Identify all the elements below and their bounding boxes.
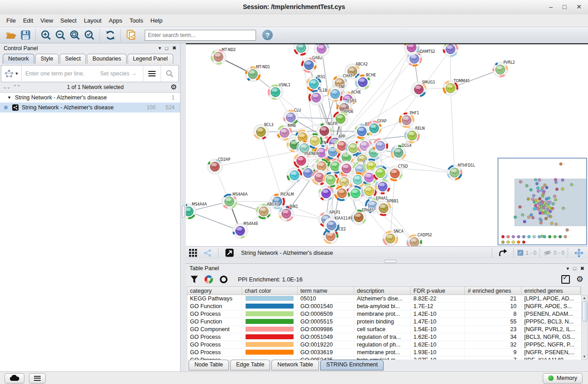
- search-input[interactable]: [145, 30, 256, 41]
- network-node[interactable]: MS4A4E: [232, 222, 258, 239]
- menu-file[interactable]: File: [3, 16, 19, 25]
- network-node[interactable]: TOMM40: [443, 79, 469, 96]
- network-node[interactable]: APBB1: [376, 199, 398, 216]
- refresh-button[interactable]: [103, 28, 118, 42]
- column-header[interactable]: category: [187, 287, 242, 295]
- string-options-button[interactable]: [143, 66, 161, 82]
- collapse-triangle-icon[interactable]: ▼: [7, 95, 11, 100]
- birds-eye-toggle-button[interactable]: [572, 246, 586, 260]
- open-session-button[interactable]: [4, 28, 18, 42]
- string-search-button[interactable]: [161, 66, 178, 82]
- network-node[interactable]: [373, 165, 388, 181]
- network-node[interactable]: VSNL1: [268, 83, 290, 100]
- cloud-tasks-button[interactable]: [5, 373, 24, 384]
- network-collection-row[interactable]: ▼ String Network - Alzheimer's disease 1: [0, 93, 180, 103]
- network-node[interactable]: SNCA: [383, 229, 404, 246]
- enrichment-row[interactable]: GO ProcessGO:0033619membrane prot...1.93…: [187, 349, 582, 356]
- splitter-handle[interactable]: [384, 260, 397, 263]
- network-node[interactable]: BCL3: [253, 123, 273, 140]
- network-node[interactable]: PVRL2: [493, 61, 515, 77]
- scroll-down-icon[interactable]: ▼: [582, 355, 587, 359]
- network-node[interactable]: EPHA5: [351, 208, 374, 225]
- menu-select[interactable]: Select: [57, 16, 80, 25]
- minimize-button[interactable]: –: [549, 3, 553, 10]
- menu-layout[interactable]: Layout: [80, 16, 105, 25]
- column-header[interactable]: term name: [298, 287, 354, 295]
- column-header[interactable]: # enriched genes: [465, 287, 522, 295]
- tab-node-table[interactable]: Node Table: [189, 360, 229, 370]
- enrichment-row[interactable]: GO ComponentGO:0009986cell surface1.54E-…: [187, 326, 582, 333]
- maximize-button[interactable]: □: [563, 3, 566, 10]
- network-node[interactable]: [375, 179, 390, 194]
- enrichment-row[interactable]: GO ProcessGO:0019220regulation of ph...1…: [187, 341, 582, 349]
- network-node[interactable]: MTHFD1L: [447, 164, 475, 180]
- network-node[interactable]: PHF1: [399, 111, 419, 128]
- network-node[interactable]: [318, 186, 334, 201]
- save-session-button[interactable]: [18, 28, 33, 42]
- column-header[interactable]: chart color: [242, 287, 298, 295]
- menu-help[interactable]: Help: [147, 16, 166, 25]
- network-node[interactable]: MT-ND2: [211, 48, 236, 65]
- enrichment-row[interactable]: KEGG Pathways05010Alzheimer's dise...8.8…: [187, 295, 582, 303]
- memory-button[interactable]: Memory: [543, 373, 583, 384]
- network-node[interactable]: CLU: [283, 108, 301, 125]
- network-node[interactable]: [443, 44, 458, 57]
- tab-legend-panel[interactable]: Legend Panel: [128, 54, 173, 64]
- share-view-button[interactable]: [200, 246, 215, 260]
- table-scrollbar[interactable]: ▲ ▼: [581, 295, 588, 360]
- panel-menu-icon[interactable]: ▾: [159, 45, 161, 51]
- column-header[interactable]: FDR p-value: [411, 287, 465, 295]
- open-in-browser-button[interactable]: [222, 246, 237, 260]
- network-node[interactable]: [334, 186, 350, 201]
- zoom-selected-button[interactable]: [82, 28, 97, 42]
- tab-edge-table[interactable]: Edge Table: [230, 360, 270, 370]
- network-node[interactable]: CD2AP: [207, 158, 230, 174]
- panel-close-icon[interactable]: ✖: [172, 45, 176, 51]
- enrichment-row[interactable]: GO ProcessGO:0051049regulation of tra...…: [187, 333, 582, 341]
- tab-boundaries[interactable]: Boundaries: [87, 54, 126, 64]
- network-node[interactable]: [373, 138, 388, 154]
- network-canvas[interactable]: MT-ND2MT-ND1VSNL1GAB2IRS1ABCA2CHATBCHEIL…: [186, 43, 588, 246]
- panel-menu-icon[interactable]: ▾: [567, 266, 569, 272]
- enrichment-row[interactable]: GO FunctionGO:0005515protein binding1.47…: [187, 318, 582, 326]
- menu-apps[interactable]: Apps: [105, 16, 126, 25]
- column-header[interactable]: enriched genes: [522, 287, 581, 295]
- network-node[interactable]: [287, 168, 302, 183]
- network-node[interactable]: [361, 183, 377, 199]
- enrichment-row[interactable]: GO ProcessGO:0006509membrane prot...1.42…: [187, 310, 582, 318]
- help-button[interactable]: ?: [262, 30, 273, 40]
- network-node[interactable]: RELN: [404, 126, 425, 143]
- menu-tools[interactable]: Tools: [126, 16, 147, 25]
- enrichment-row[interactable]: GO FunctionGO:0001540beta-amyloid bi...1…: [187, 303, 582, 310]
- task-history-button[interactable]: [29, 373, 46, 384]
- network-node[interactable]: GAB2: [301, 56, 322, 73]
- scroll-up-icon[interactable]: ▲: [582, 296, 587, 300]
- tab-style[interactable]: Style: [35, 54, 59, 64]
- network-node[interactable]: [314, 44, 329, 56]
- menu-edit[interactable]: Edit: [19, 16, 37, 25]
- column-header[interactable]: description: [354, 287, 411, 295]
- panel-close-icon[interactable]: ✖: [580, 266, 584, 272]
- collapse-all-icon[interactable]: ⌄⌄: [3, 84, 10, 90]
- string-protein-query-button[interactable]: ▼: [1, 66, 22, 82]
- grid-view-button[interactable]: [186, 246, 200, 260]
- panel-float-icon[interactable]: □: [573, 266, 576, 271]
- zoom-out-button[interactable]: [53, 28, 68, 42]
- network-node[interactable]: [323, 172, 338, 187]
- horizontal-splitter[interactable]: [186, 259, 588, 263]
- select-terms-checkbox[interactable]: [561, 275, 570, 284]
- scrollbar-thumb[interactable]: [582, 301, 588, 322]
- network-node[interactable]: DLG4: [391, 144, 412, 160]
- expand-all-icon[interactable]: ⌃⌃: [13, 84, 20, 90]
- network-node[interactable]: CADPS2: [407, 233, 432, 246]
- gear-icon[interactable]: ⚙: [171, 83, 177, 91]
- network-row[interactable]: String Network - Alzheimer's disease 100…: [0, 103, 180, 112]
- export-network-button[interactable]: [496, 246, 510, 260]
- network-node[interactable]: ABCA7: [256, 202, 279, 219]
- network-node[interactable]: [339, 161, 354, 176]
- splitter-handle[interactable]: [182, 205, 185, 218]
- enrichment-row[interactable]: GO ProcessGO:0050435beta-amyloid m...2.0…: [187, 356, 582, 360]
- settings-gear-icon[interactable]: ⚙: [576, 274, 583, 284]
- tab-network[interactable]: Network: [3, 54, 34, 64]
- network-node[interactable]: MT-ND1: [245, 65, 270, 82]
